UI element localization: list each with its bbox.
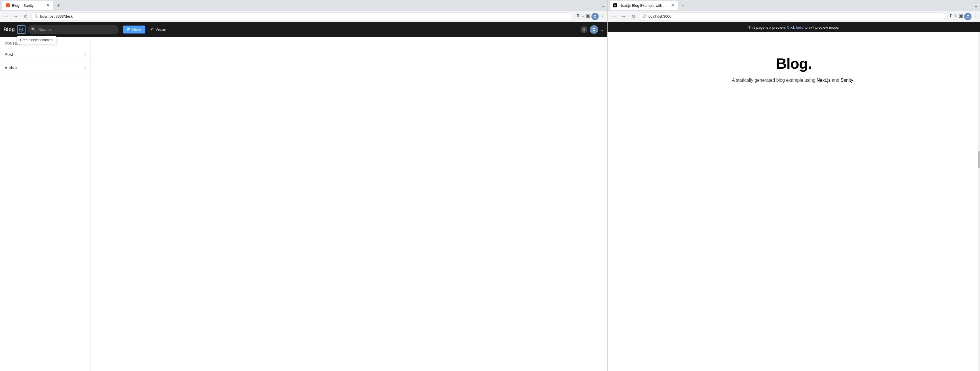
reload-button-left[interactable]: ↻ [22, 13, 30, 21]
split-screen-icon-right[interactable]: ▣ [959, 13, 963, 20]
active-tab-right[interactable]: N Next.js Blog Example with Sani... ✕ [610, 1, 678, 10]
preview-bar: This page is a preview. Click here to ex… [608, 22, 980, 32]
studio-sidebar: Content Post › Author › [0, 37, 91, 371]
tab-close-left[interactable]: ✕ [46, 3, 50, 8]
new-tab-button-right[interactable]: + [679, 2, 687, 10]
active-tab-left[interactable]: Blog – Sanity ✕ [2, 1, 53, 10]
menu-button-right[interactable]: ⋮ [973, 13, 978, 20]
url-field-right[interactable]: ⓘ localhost:3000 [639, 13, 945, 21]
subtitle-prefix: A statically generated blog example usin… [732, 78, 815, 83]
studio-topbar-right: 0 C ⌄ [581, 25, 604, 34]
studio-user-chevron[interactable]: ⌄ [600, 27, 604, 32]
tab-title-left: Blog – Sanity [12, 3, 44, 8]
share-icon-left[interactable]: ⬆ [576, 13, 580, 20]
nav-vision-button[interactable]: 👁 Vision [146, 26, 170, 34]
tab-favicon-right: N [613, 3, 617, 7]
create-new-doc-button[interactable] [17, 25, 25, 34]
nav-vision-label: Vision [156, 27, 166, 32]
address-bar-right: ← → ↻ ⓘ localhost:3000 ⬆ ☆ ▣ C ⋮ [608, 11, 980, 22]
lock-icon-left: ⓘ [35, 14, 38, 19]
sanity-link[interactable]: Sanity [841, 78, 853, 83]
bookmark-icon-left[interactable]: ☆ [581, 13, 585, 20]
search-icon: 🔍 [31, 27, 36, 32]
nav-desk-button[interactable]: ⊞ Desk [123, 26, 145, 34]
studio-search-bar[interactable]: 🔍 Search [28, 25, 119, 34]
blog-preview-scroll-area: Blog. A statically generated blog exampl… [608, 32, 980, 371]
url-text-left: localhost:3333/desk [40, 14, 569, 18]
studio-avatar[interactable]: C [590, 25, 598, 34]
tab-bar-right-controls: ⌄ [601, 3, 605, 8]
tab-list-chevron-right[interactable]: ⌄ [974, 3, 978, 8]
forward-button-left[interactable]: → [12, 13, 20, 21]
preview-bar-text: This page is a preview. [748, 25, 786, 30]
share-icon-right[interactable]: ⬆ [949, 13, 953, 20]
studio-content: Content Post › Author › [0, 37, 607, 371]
tab-list-chevron-left[interactable]: ⌄ [601, 3, 605, 8]
new-tab-button-left[interactable]: + [54, 2, 62, 10]
subtitle-and: and [832, 78, 840, 83]
url-field-left[interactable]: ⓘ localhost:3333/desk [31, 13, 573, 21]
profile-icon-right[interactable]: C [964, 13, 972, 20]
studio-main-area [91, 37, 607, 371]
sidebar-item-post-chevron: › [84, 52, 86, 57]
create-new-doc-tooltip: Create new document [17, 36, 56, 44]
address-bar-left: ← → ↻ ⓘ localhost:3333/desk ⬆ ☆ ▣ C ⋮ [0, 11, 607, 22]
vision-icon: 👁 [150, 27, 154, 32]
sidebar-item-author-label: Author [5, 65, 17, 70]
blog-preview-subtitle: A statically generated blog example usin… [732, 78, 856, 83]
preview-bar-suffix: to exit preview mode. [804, 25, 839, 30]
subtitle-suffix: . [854, 78, 856, 83]
sidebar-item-author[interactable]: Author › [0, 61, 91, 74]
tab-bar-right: N Next.js Blog Example with Sani... ✕ + … [608, 0, 980, 11]
forward-button-right[interactable]: → [619, 13, 627, 21]
back-button-right[interactable]: ← [610, 13, 618, 21]
sidebar-item-post[interactable]: Post › [0, 48, 91, 61]
nextjs-link[interactable]: Next.js [817, 78, 830, 83]
tab-bar-left: Blog – Sanity ✕ + ⌄ [0, 0, 607, 11]
address-icons-right: ⬆ ☆ ▣ C ⋮ [949, 13, 978, 20]
blog-preview: Blog. A statically generated blog exampl… [608, 32, 980, 83]
sidebar-item-post-label: Post [5, 52, 13, 57]
studio-topbar: Blog Create new document 🔍 Search [0, 22, 607, 37]
split-screen-icon-left[interactable]: ▣ [586, 13, 590, 20]
exit-preview-link[interactable]: Click here [787, 25, 803, 30]
lock-icon-right: ⓘ [643, 14, 646, 19]
nav-desk-label: Desk [132, 27, 141, 32]
back-button-left[interactable]: ← [2, 13, 10, 21]
right-browser: N Next.js Blog Example with Sani... ✕ + … [608, 0, 980, 371]
menu-button-left[interactable]: ⋮ [600, 13, 605, 20]
sanity-studio: Blog Create new document 🔍 Search [0, 22, 607, 371]
tab-title-right: Next.js Blog Example with Sani... [619, 3, 668, 8]
desk-icon: ⊞ [127, 27, 130, 32]
tab-close-right[interactable]: ✕ [671, 3, 675, 8]
url-text-right: localhost:3000 [648, 14, 942, 18]
scrollbar-thumb[interactable] [978, 151, 980, 168]
tab-favicon-left [6, 3, 10, 7]
right-content: This page is a preview. Click here to ex… [608, 22, 980, 371]
blog-preview-title: Blog. [776, 55, 811, 72]
scrollbar-track[interactable] [978, 32, 980, 371]
reload-button-right[interactable]: ↻ [629, 13, 637, 21]
notification-badge[interactable]: 0 [581, 26, 587, 33]
studio-logo[interactable]: Blog [3, 27, 15, 33]
search-placeholder: Search [38, 27, 51, 32]
sidebar-item-author-chevron: › [84, 65, 86, 70]
bookmark-icon-right[interactable]: ☆ [954, 13, 958, 20]
studio-nav: ⊞ Desk 👁 Vision [123, 26, 170, 34]
new-doc-wrapper: Create new document [17, 25, 25, 34]
address-icons-left: ⬆ ☆ ▣ C ⋮ [576, 13, 605, 20]
profile-icon-left[interactable]: C [592, 13, 599, 20]
